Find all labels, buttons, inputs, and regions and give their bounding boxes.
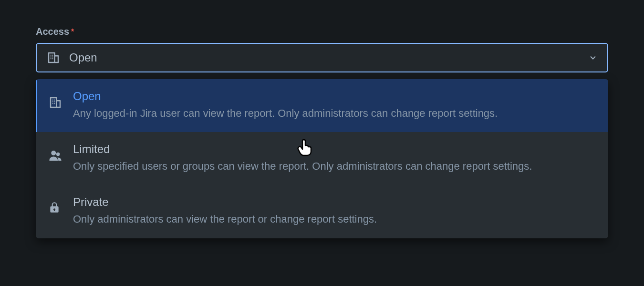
- building-icon: [46, 51, 61, 65]
- access-select-trigger[interactable]: Open: [36, 43, 608, 72]
- field-label: Access *: [36, 26, 608, 37]
- access-option-private[interactable]: Private Only administrators can view the…: [36, 185, 608, 238]
- option-text-container: Private Only administrators can view the…: [73, 195, 595, 227]
- required-asterisk: *: [71, 28, 74, 36]
- svg-point-1: [56, 153, 60, 156]
- option-title: Limited: [73, 143, 595, 156]
- field-label-text: Access: [36, 26, 69, 37]
- building-icon: [48, 90, 62, 110]
- chevron-down-icon: [588, 53, 598, 62]
- option-text-container: Limited Only specified users or groups c…: [73, 143, 595, 174]
- option-text-container: Open Any logged-in Jira user can view th…: [73, 90, 595, 122]
- lock-icon: [48, 195, 62, 214]
- access-dropdown-panel: Open Any logged-in Jira user can view th…: [36, 79, 608, 238]
- svg-point-0: [51, 151, 56, 155]
- access-option-limited[interactable]: Limited Only specified users or groups c…: [36, 132, 608, 185]
- option-description: Only administrators can view the report …: [73, 211, 595, 227]
- option-title: Private: [73, 195, 595, 209]
- users-icon: [48, 143, 62, 163]
- option-description: Any logged-in Jira user can view the rep…: [73, 105, 595, 122]
- access-option-open[interactable]: Open Any logged-in Jira user can view th…: [36, 79, 608, 132]
- option-description: Only specified users or groups can view …: [73, 158, 595, 174]
- selected-value-label: Open: [69, 51, 580, 64]
- option-title: Open: [73, 90, 595, 103]
